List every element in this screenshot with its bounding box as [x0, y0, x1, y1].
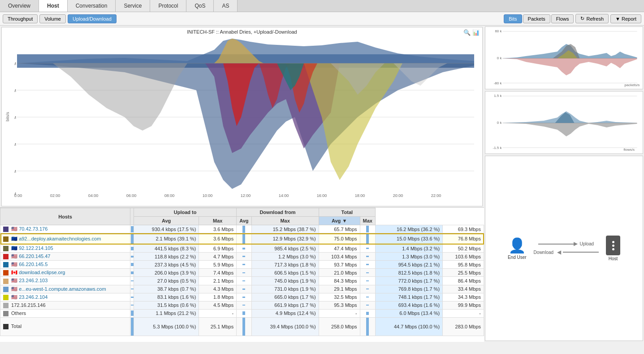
throughput-button[interactable]: Throughput	[3, 14, 38, 23]
total-max-cell: 76.8 Mbps	[443, 233, 484, 245]
bits-button[interactable]: Bits	[504, 14, 522, 23]
tab-qos[interactable]: QoS	[186, 0, 214, 12]
table-row[interactable]: 🇺🇸 23.246.2.104 83.1 kbps (1.6 %) 1.8 Mb…	[0, 293, 484, 301]
total-bar	[366, 272, 369, 273]
host-cell[interactable]: 🇨🇦 download.eclipse.org	[0, 269, 130, 277]
right-panel: 60 k 0 k -80 k packets/s 1.5 k	[484, 26, 644, 342]
download-arrow-row: Download ◀	[534, 249, 599, 255]
host-cell[interactable]: 🇺🇸 23.246.2.103	[0, 277, 130, 285]
total-avg-header: Avg ▼	[319, 217, 360, 225]
total-avg-cell: 954.5 kbps (2.1 %)	[375, 261, 442, 269]
host-cell[interactable]: 🇺🇸 e...eu-west-1.compute.amazonaws.com	[0, 285, 130, 293]
report-button[interactable]: ▼ Report	[610, 14, 641, 23]
tab-overview[interactable]: Overview	[0, 0, 39, 12]
total-bar	[366, 256, 369, 257]
download-avg-cell: 717.3 kbps (1.8 %)	[251, 261, 319, 269]
total-max-cell: 99.9 Mbps	[443, 301, 484, 309]
table-row[interactable]: 🇺🇸 66.220.145.47 118.8 kbps (2.2 %) 4.7 …	[0, 253, 484, 261]
download-bar	[242, 280, 245, 282]
table-row[interactable]: 🇪🇺 a92...deploy.akamaitechnologies.com 2…	[0, 233, 484, 245]
upload-avg-cell: 237.3 kbps (4.5 %)	[134, 261, 199, 269]
table-row[interactable]: Total 5.3 Mbps (100.0 %) 25.1 Mbps 39.4 …	[0, 317, 484, 336]
download-bar	[242, 311, 245, 315]
volume-button[interactable]: Volume	[39, 14, 66, 23]
svg-text:flows/s: flows/s	[624, 148, 635, 152]
upload-avg-cell: 118.8 kbps (2.2 %)	[134, 253, 199, 261]
upload-max-cell: 6.9 Mbps	[199, 245, 237, 253]
zoom-icon[interactable]: 🔍	[463, 29, 471, 36]
host-name: 66.220.145.47	[19, 253, 50, 259]
bar-chart-icon[interactable]: 📊	[472, 29, 480, 36]
packets-button[interactable]: Packets	[523, 14, 550, 23]
host-cell[interactable]: 172.16.215.146	[0, 301, 130, 309]
table-row[interactable]: 🇺🇸 70.42.73.176 930.4 kbps (17.5 %) 3.6 …	[0, 225, 484, 233]
upload-max-cell: -	[199, 309, 237, 317]
total-avg-cell: 6.0 Mbps (13.4 %)	[375, 309, 442, 317]
download-avg-cell: 731.0 kbps (1.9 %)	[251, 285, 319, 293]
host-color-indicator	[3, 311, 9, 316]
table-row[interactable]: 🇺🇸 e...eu-west-1.compute.amazonaws.com 3…	[0, 285, 484, 293]
host-cell[interactable]: 🇪🇺 a92...deploy.akamaitechnologies.com	[0, 233, 130, 245]
data-table: Hosts Upload to Download from Total Avg …	[0, 208, 484, 336]
table-area: Hosts Upload to Download from Total Avg …	[0, 207, 484, 342]
upload-download-button[interactable]: Upload/Download	[68, 14, 117, 23]
table-row[interactable]: 🇺🇸 66.220.145.5 237.3 kbps (4.5 %) 5.9 M…	[0, 261, 484, 269]
download-max-cell: 93.7 Mbps	[319, 261, 360, 269]
svg-text:-50 M: -50 M	[14, 88, 16, 93]
upload-download-diagram: 👤 End User ▶ Upload Download ◀	[485, 156, 643, 341]
upload-max-cell: 25.1 Mbps	[199, 317, 237, 336]
svg-marker-16	[53, 63, 187, 131]
download-max-cell: -	[319, 309, 360, 317]
host-cell[interactable]: 🇺🇸 70.42.73.176	[0, 225, 130, 233]
upload-bar	[131, 280, 134, 281]
upload-avg-cell: 206.0 kbps (3.9 %)	[134, 269, 199, 277]
tab-protocol[interactable]: Protocol	[150, 0, 186, 12]
upload-max-header: Max	[199, 217, 237, 225]
total-max-cell: -	[443, 309, 484, 317]
table-row[interactable]: 172.16.215.146 31.5 kbps (0.6 %) 4.5 Mbp…	[0, 301, 484, 309]
host-cell[interactable]: 🇺🇸 66.220.145.5	[0, 261, 130, 269]
download-avg-header: Avg	[237, 217, 251, 225]
host-color-indicator	[3, 303, 9, 308]
tab-service[interactable]: Service	[116, 0, 150, 12]
download-avg-cell: 661.9 kbps (1.7 %)	[251, 301, 319, 309]
download-arrow-line	[563, 252, 599, 253]
download-max-cell: 65.7 Mbps	[319, 225, 360, 233]
total-avg-cell: 1.3 Mbps (3.0 %)	[375, 253, 442, 261]
total-bar	[366, 234, 369, 244]
tab-host[interactable]: Host	[39, 0, 68, 12]
total-max-cell: 86.4 Mbps	[443, 277, 484, 285]
host-cell[interactable]: 🇺🇸 66.220.145.47	[0, 253, 130, 261]
host-label: Host	[606, 256, 620, 261]
download-bar	[242, 272, 245, 274]
tab-as[interactable]: AS	[214, 0, 238, 12]
download-bar	[242, 234, 245, 244]
host-cell: Others	[0, 309, 130, 317]
top-navigation: Overview Host Conversation Service Proto…	[0, 0, 644, 12]
upload-max-cell: 3.6 Mbps	[199, 225, 237, 233]
host-cell[interactable]: 🇪🇺 92.122.214.105	[0, 245, 130, 253]
upload-max-cell: 4.5 Mbps	[199, 301, 237, 309]
table-row[interactable]: Others 1.1 Mbps (21.2 %) - 4.9 Mbps (12.…	[0, 309, 484, 317]
upload-avg-header: Avg	[134, 217, 199, 225]
flag-icon: 🇪🇺	[11, 245, 17, 251]
table-row[interactable]: 🇺🇸 23.246.2.103 27.0 kbps (0.5 %) 2.1 Mb…	[0, 277, 484, 285]
total-max-cell: 25.5 Mbps	[443, 269, 484, 277]
upload-bar	[131, 297, 134, 298]
table-row[interactable]: 🇨🇦 download.eclipse.org 206.0 kbps (3.9 …	[0, 269, 484, 277]
svg-text:04:00: 04:00	[88, 193, 99, 198]
total-avg-cell: 16.2 Mbps (36.2 %)	[375, 225, 442, 233]
person-icon: 👤	[508, 237, 527, 254]
download-max-cell: 103.4 Mbps	[319, 253, 360, 261]
flows-button[interactable]: Flows	[551, 14, 574, 23]
upload-max-cell: 5.9 Mbps	[199, 261, 237, 269]
table-row[interactable]: 🇪🇺 92.122.214.105 441.5 kbps (8.3 %) 6.9…	[0, 245, 484, 253]
tab-conversation[interactable]: Conversation	[68, 0, 116, 12]
svg-text:12:00: 12:00	[241, 193, 251, 198]
host-cell[interactable]: 🇺🇸 23.246.2.104	[0, 293, 130, 301]
download-max-cell: 47.4 Mbps	[319, 245, 360, 253]
upload-bar	[131, 310, 134, 316]
host-section: Host	[606, 236, 620, 261]
upload-avg-cell: 441.5 kbps (8.3 %)	[134, 245, 199, 253]
refresh-button[interactable]: ↻ Refresh	[575, 14, 609, 23]
